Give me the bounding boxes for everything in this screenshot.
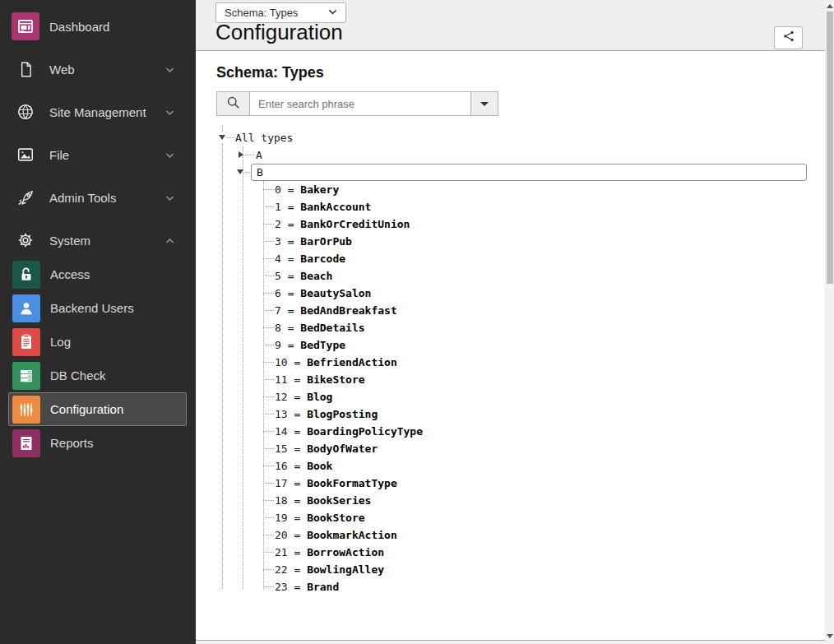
sidebar-item-label: Reports [50,436,94,450]
tree-item-label: 9 = BedType [274,339,345,351]
chevron-down-icon [164,150,175,160]
sidebar-item-label: Backend Users [50,301,134,315]
tree-item[interactable]: 2 = BankOrCreditUnion [263,215,806,233]
tree-connector-stub [263,396,274,397]
sidebar-item-system[interactable]: System [0,219,196,262]
search-button[interactable] [216,91,249,116]
image-icon [12,141,39,169]
tree-expander-b-icon[interactable] [237,169,243,174]
tree-connector-stub [263,189,274,190]
tree-item[interactable]: 19 = BookStore [263,509,806,526]
tree-connector-line [243,146,243,589]
sidebar-item-label: Admin Tools [49,191,116,205]
tree-item[interactable]: 17 = BookFormatType [263,475,806,492]
database-icon [12,362,40,390]
dashboard-icon [12,12,39,40]
tree-connector-stub [263,448,274,449]
share-button[interactable] [774,26,803,49]
tree-item-label: 11 = BikeStore [274,373,365,386]
tree-item[interactable]: 5 = Beach [263,267,806,285]
tree-item-label: 0 = Bakery [274,183,339,196]
tree-item-label: 13 = BlogPosting [274,408,378,420]
tree-connector-stub [263,310,274,311]
tree-root-node[interactable]: All types [235,129,293,146]
tree-item-label: 19 = BookStore [274,512,365,524]
tree-item[interactable]: 9 = BedType [263,336,806,354]
page-title: Configuration [215,20,343,45]
tree-connector-stub [263,552,274,553]
chevron-down-icon [164,192,175,203]
section-title: Schema: Types [216,64,324,81]
tree-item[interactable]: 6 = BeautySalon [263,285,806,302]
sidebar-item-label: Configuration [50,402,123,416]
tree-node-b-selected[interactable]: B [251,164,807,181]
sidebar-item-label: Access [50,267,90,281]
sidebar-item-dashboard[interactable]: Dashboard [0,5,196,48]
tree-item-label: 12 = Blog [274,391,332,403]
tree-item[interactable]: 18 = BookSeries [263,492,806,509]
sidebar-item-admin-tools[interactable]: Admin Tools [0,176,196,219]
tree-item[interactable]: 11 = BikeStore [263,371,806,388]
sidebar-item-configuration[interactable]: Configuration [8,392,187,426]
tree-connector-stub [263,241,274,242]
sidebar-item-backend-users[interactable]: Backend Users [8,291,187,325]
search-group [216,91,498,116]
tree-connector-stub [263,414,274,415]
tree-connector-stub [263,466,274,466]
tree-item-label: 21 = BorrowAction [274,546,384,558]
tree-item[interactable]: 22 = BowlingAlley [263,561,806,578]
tree-item-label: 22 = BowlingAlley [274,563,384,576]
tree-connector-stub [263,345,274,345]
tree-root-expander-icon[interactable] [219,135,225,140]
sidebar-item-web[interactable]: Web [0,48,196,90]
tree-item[interactable]: 20 = BookmarkAction [263,526,806,544]
tree-item[interactable]: 4 = Barcode [263,250,806,267]
tree-item-label: 4 = Barcode [274,253,345,265]
report-chart-icon [12,429,40,457]
scroll-down-arrow-icon[interactable] [827,634,833,638]
sidebar-item-access[interactable]: Access [8,257,187,291]
tree-item[interactable]: 12 = Blog [263,388,806,405]
caret-down-icon [480,102,489,106]
sidebar-item-reports[interactable]: Reports [8,426,187,460]
tree-item-label: 6 = BeautySalon [274,287,371,299]
vertical-scrollbar-thumb[interactable] [827,12,833,284]
tree-item[interactable]: 23 = Brand [263,578,806,595]
tree-item[interactable]: 8 = BedDetails [263,319,806,336]
tree-connector-stub [263,206,274,207]
tree-item-label: 20 = BookmarkAction [274,529,397,541]
gear-icon [12,226,39,254]
sidebar-item-file[interactable]: File [0,133,196,176]
web-icon [12,55,39,83]
tree-item[interactable]: 10 = BefriendAction [263,354,806,371]
tree-connector-stub [245,172,250,173]
tree-item[interactable]: 13 = BlogPosting [263,405,806,423]
sidebar-item-db-check[interactable]: DB Check [8,359,187,392]
search-icon [226,95,240,113]
select-chevron-down-icon [327,6,339,21]
tree-item[interactable]: 0 = Bakery [263,181,806,198]
tree-item[interactable]: 16 = Book [263,457,806,475]
tree-item[interactable]: 14 = BoardingPolicyType [263,423,806,440]
tree-connector-stub [245,155,254,155]
tree-connector-line [222,143,223,589]
module-menu-system-group: AccessBackend UsersLogDB CheckConfigurat… [0,257,196,460]
tree-connector-stub [227,137,234,138]
sidebar-item-site-management[interactable]: Site Management [0,90,196,133]
tree-item[interactable]: 15 = BodyOfWater [263,440,806,457]
tree-connector-stub [263,362,274,363]
search-options-dropdown-button[interactable] [471,91,498,116]
tree-connector-stub [263,569,274,570]
sidebar-item-log[interactable]: Log [8,325,187,359]
tree-item[interactable]: 3 = BarOrPub [263,233,806,250]
tree-node-a[interactable]: A [256,146,262,164]
tree-item[interactable]: 1 = BankAccount [263,198,806,215]
tree-item[interactable]: 7 = BedAndBreakfast [263,302,806,319]
horizontal-scrollbar[interactable] [196,640,834,644]
tree-expander-a-icon[interactable] [239,151,243,158]
search-input[interactable] [249,91,471,116]
tree-item[interactable]: 21 = BorrowAction [263,544,806,561]
sidebar-item-label: Dashboard [49,20,109,34]
scroll-up-arrow-icon[interactable] [827,4,833,8]
chevron-down-icon [164,107,175,118]
